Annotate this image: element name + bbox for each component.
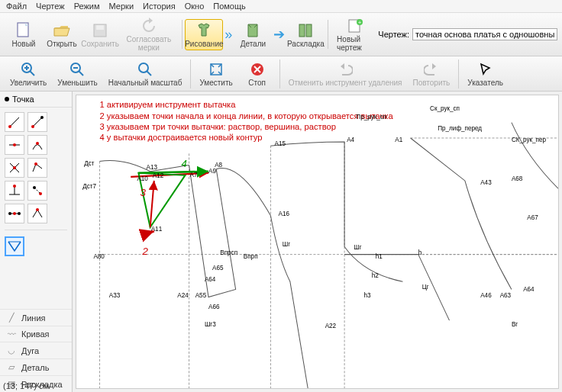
drawing-name-input[interactable] bbox=[412, 28, 557, 40]
menu-win[interactable]: Окно bbox=[185, 2, 205, 11]
separator bbox=[190, 59, 191, 88]
pointer-label: Указатель bbox=[467, 79, 503, 87]
sb-label: Деталь bbox=[21, 363, 49, 372]
separator bbox=[279, 59, 280, 88]
svg-point-22 bbox=[8, 125, 11, 128]
tool-6[interactable] bbox=[27, 158, 47, 178]
svg-text:Цг: Цг bbox=[422, 284, 429, 291]
svg-line-56 bbox=[150, 181, 154, 227]
svg-point-27 bbox=[13, 143, 16, 146]
instr-1: 1 активируем инструмент вытачка bbox=[100, 100, 237, 109]
newdraw-label: Новый чертеж bbox=[337, 35, 373, 52]
layout-label: Раскладка bbox=[287, 40, 325, 48]
zoomfit-button[interactable]: Начальный масштаб bbox=[103, 58, 188, 89]
svg-point-42 bbox=[36, 208, 39, 211]
zoom-icon bbox=[136, 60, 154, 79]
svg-line-9 bbox=[30, 71, 34, 76]
tool-8[interactable] bbox=[27, 181, 47, 201]
menu-mode[interactable]: Режим bbox=[74, 2, 100, 11]
tool-10[interactable] bbox=[27, 204, 47, 223]
undo-button[interactable]: Отменить инструмент удаления bbox=[283, 58, 408, 89]
separator bbox=[458, 59, 459, 88]
dart-tool[interactable] bbox=[5, 236, 24, 256]
tool-7[interactable] bbox=[5, 181, 24, 201]
svg-text:Дст: Дст bbox=[84, 160, 95, 167]
draw-button[interactable]: Рисование bbox=[185, 19, 223, 50]
svg-rect-3 bbox=[299, 24, 305, 37]
svg-point-31 bbox=[13, 166, 16, 169]
tool-5[interactable] bbox=[5, 158, 24, 178]
save-button[interactable]: Сохранить bbox=[81, 19, 119, 50]
zoomfit-label: Начальный масштаб bbox=[108, 79, 182, 87]
fit-button[interactable]: Уместить bbox=[194, 58, 237, 89]
tool-3[interactable] bbox=[5, 135, 24, 155]
menu-chert[interactable]: Чертеж bbox=[36, 2, 65, 11]
redo-button[interactable]: Повторить bbox=[408, 58, 456, 89]
svg-text:А33: А33 bbox=[109, 292, 121, 299]
zoomout-label: Уменьшить bbox=[57, 79, 97, 87]
menu-help[interactable]: Помощь bbox=[213, 2, 246, 11]
svg-text:h: h bbox=[418, 249, 422, 256]
sidebar-item-arc[interactable]: ◡Дуга bbox=[0, 342, 72, 358]
svg-text:Пр_рук_сп: Пр_рук_сп bbox=[356, 114, 386, 120]
layout-icon bbox=[296, 21, 315, 40]
stop-button[interactable]: Стоп bbox=[238, 58, 276, 89]
details-button[interactable]: Детали bbox=[234, 19, 272, 50]
tool-4[interactable] bbox=[27, 135, 47, 155]
svg-text:Шг3: Шг3 bbox=[205, 321, 216, 328]
sidebar-item-line[interactable]: ╱Линия bbox=[0, 309, 72, 326]
pointer-button[interactable]: Указатель bbox=[462, 58, 509, 89]
pattern-canvas[interactable]: 1 активируем инструмент вытачка 2 указыв… bbox=[76, 95, 558, 389]
canvas-wrap: 1 активируем инструмент вытачка 2 указыв… bbox=[76, 95, 559, 389]
sb-label: Дуга bbox=[21, 346, 39, 355]
new-button[interactable]: Новый bbox=[5, 19, 43, 50]
menu-merki[interactable]: Мерки bbox=[109, 2, 134, 11]
left-sidebar: Точка ╱Линия 〰Кривая ◡Дуга ▱Деталь ▤Раск… bbox=[0, 92, 73, 392]
redo-label: Повторить bbox=[413, 79, 451, 87]
menu-file[interactable]: Файл bbox=[6, 2, 27, 11]
pointer-icon bbox=[476, 60, 495, 79]
drawing-name-field: Чертеж: bbox=[378, 28, 557, 40]
arc-icon: ◡ bbox=[6, 345, 17, 355]
svg-text:А55: А55 bbox=[195, 292, 207, 299]
zoomout-button[interactable]: Уменьшить bbox=[52, 58, 102, 89]
svg-text:А10: А10 bbox=[137, 175, 148, 182]
layout-button[interactable]: Раскладка bbox=[286, 19, 325, 50]
svg-line-21 bbox=[10, 117, 19, 127]
svg-point-24 bbox=[40, 116, 44, 119]
svg-text:Впрсп: Впрсп bbox=[220, 249, 237, 256]
svg-text:Впрп: Впрп bbox=[244, 253, 258, 260]
menu-hist[interactable]: История bbox=[143, 2, 176, 11]
svg-text:СК_рук_пер: СК_рук_пер bbox=[512, 137, 547, 143]
status-bar: (13; 147) см bbox=[3, 381, 49, 390]
annot-3: 3 bbox=[140, 187, 146, 198]
sync-button[interactable]: Согласовать мерки bbox=[119, 14, 179, 54]
svg-text:Ск_рук_сп: Ск_рук_сп bbox=[430, 105, 460, 112]
svg-text:А11: А11 bbox=[151, 226, 163, 233]
svg-text:Шг: Шг bbox=[354, 244, 361, 251]
tool-1[interactable] bbox=[5, 112, 24, 132]
redo-icon bbox=[422, 60, 441, 79]
tool-grid bbox=[0, 108, 72, 261]
svg-text:h2: h2 bbox=[372, 272, 380, 279]
svg-text:А12: А12 bbox=[153, 172, 164, 179]
tool-2[interactable] bbox=[27, 112, 47, 132]
svg-text:А1: А1 bbox=[395, 137, 402, 143]
sidebar-head-label: Точка bbox=[12, 95, 34, 104]
zoomin-button[interactable]: Увеличить bbox=[5, 58, 52, 89]
sidebar-item-curve[interactable]: 〰Кривая bbox=[0, 326, 72, 342]
folder-open-icon bbox=[53, 21, 71, 40]
details-icon bbox=[244, 21, 262, 40]
tool-9[interactable] bbox=[5, 204, 24, 223]
open-button[interactable]: Открыть bbox=[43, 19, 81, 50]
sidebar-head[interactable]: Точка bbox=[0, 92, 72, 108]
sidebar-item-detail[interactable]: ▱Деталь bbox=[0, 358, 72, 375]
svg-line-13 bbox=[79, 71, 83, 76]
newdraw-button[interactable]: + Новый чертеж bbox=[331, 14, 378, 54]
svg-text:А80: А80 bbox=[93, 253, 105, 260]
svg-point-39 bbox=[8, 212, 11, 215]
zoom-in-icon bbox=[19, 60, 37, 79]
draw-label: Рисование bbox=[185, 40, 223, 48]
svg-point-35 bbox=[13, 185, 16, 188]
svg-rect-2 bbox=[96, 25, 104, 30]
